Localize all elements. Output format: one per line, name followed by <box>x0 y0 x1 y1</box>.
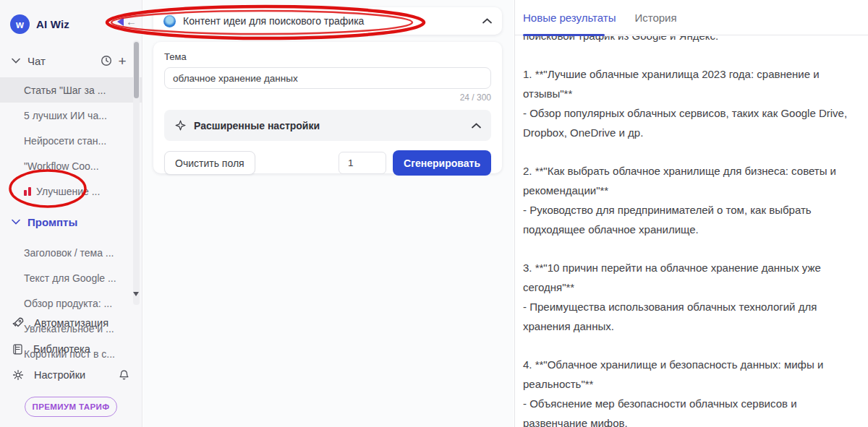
app-title: AI Wiz <box>36 18 69 30</box>
result-item: 4. **"Облачное хранилище и безопасность … <box>523 355 860 427</box>
tab-history[interactable]: История <box>634 12 676 24</box>
prompts-section-label: Промпты <box>27 216 77 228</box>
char-counter: 24 / 300 <box>164 92 491 103</box>
sidebar-item-settings[interactable]: Настройки <box>12 362 130 388</box>
sparkle-icon <box>174 119 187 131</box>
logo-icon: w <box>10 14 30 34</box>
triangle-left-icon <box>117 17 124 26</box>
results-tabs: Новые результаты История <box>515 0 868 35</box>
result-item: 1. **"Лучшие облачные хранилища 2023 год… <box>523 64 860 142</box>
result-item: 3. **"10 причин перейти на облачное хран… <box>523 258 860 336</box>
sidebar-item-library[interactable]: Библиотека <box>12 336 130 362</box>
sidebar-section-prompts[interactable]: Промпты <box>0 211 142 233</box>
chevron-down-icon <box>12 219 20 225</box>
result-item: 2. **"Как выбрать облачное хранилище для… <box>523 161 860 239</box>
history-clock-icon[interactable] <box>98 53 114 69</box>
generator-panel: ← Контент идеи для поискового трафика Те… <box>143 0 514 427</box>
preset-icon <box>163 15 176 27</box>
sidebar-scrollbar[interactable] <box>133 40 140 305</box>
arrow-left-icon: ← <box>126 16 137 27</box>
improve-icon <box>24 187 31 196</box>
book-icon <box>12 343 24 355</box>
chat-item[interactable]: Нейросети стан... <box>0 128 142 153</box>
generate-button[interactable]: Сгенерировать <box>393 150 491 176</box>
advanced-settings-accordion[interactable]: Расширенные настройки <box>164 110 491 141</box>
scrollbar-thumb[interactable] <box>134 42 139 98</box>
result-count-input[interactable] <box>339 152 386 174</box>
app-window: w AI Wiz Чат + Статья "Шаг за ... 5 лучш… <box>0 0 868 427</box>
chevron-down-icon <box>12 58 20 64</box>
chat-item[interactable]: Улучшение ... <box>0 178 142 204</box>
advanced-settings-label: Расширенные настройки <box>194 120 472 131</box>
collapse-sidebar-control[interactable]: ← <box>117 16 137 27</box>
sidebar-footer: Автоматизация Библиотека Настройки ПРЕМИ… <box>0 310 142 427</box>
sidebar-item-automation[interactable]: Автоматизация <box>12 310 130 336</box>
preset-header[interactable]: Контент идеи для поискового трафика <box>153 7 502 35</box>
preset-title: Контент идеи для поискового трафика <box>183 15 482 27</box>
clear-fields-button[interactable]: Очистить поля <box>164 151 255 175</box>
chat-section-label: Чат <box>27 55 46 67</box>
sidebar: w AI Wiz Чат + Статья "Шаг за ... 5 лучш… <box>0 0 142 427</box>
rocket-icon <box>12 316 25 329</box>
chat-item[interactable]: 5 лучших ИИ ча... <box>0 103 142 128</box>
tab-new-results[interactable]: Новые результаты <box>523 12 616 24</box>
topic-input[interactable] <box>164 67 491 89</box>
results-panel: Новые результаты История поисковой трафи… <box>514 0 868 427</box>
bell-icon[interactable] <box>118 368 130 381</box>
prompt-item[interactable]: Текст для Google ... <box>0 265 142 290</box>
sidebar-section-chat[interactable]: Чат + <box>0 50 142 72</box>
scrollbar-down-arrow-icon[interactable] <box>133 292 139 296</box>
chevron-up-icon[interactable] <box>482 18 492 24</box>
new-chat-plus-icon[interactable]: + <box>114 53 130 69</box>
chat-item[interactable]: Статья "Шаг за ... <box>0 77 142 103</box>
results-scroll-area[interactable]: поисковой трафик из Google и Яндекс: 1. … <box>515 36 868 427</box>
generator-form: Тема 24 / 300 Расширенные настройки Очис… <box>153 42 502 173</box>
result-intro-line: поисковой трафик из Google и Яндекс: <box>523 36 860 46</box>
chevron-up-icon[interactable] <box>472 123 481 129</box>
gear-icon <box>12 368 25 381</box>
chat-item[interactable]: "Workflow Coo... <box>0 153 142 178</box>
premium-plan-button[interactable]: ПРЕМИУМ ТАРИФ <box>25 397 117 417</box>
topic-label: Тема <box>164 51 491 62</box>
actions-row: Очистить поля Сгенерировать <box>164 150 491 176</box>
prompt-item[interactable]: Заголовок / тема ... <box>0 240 142 265</box>
